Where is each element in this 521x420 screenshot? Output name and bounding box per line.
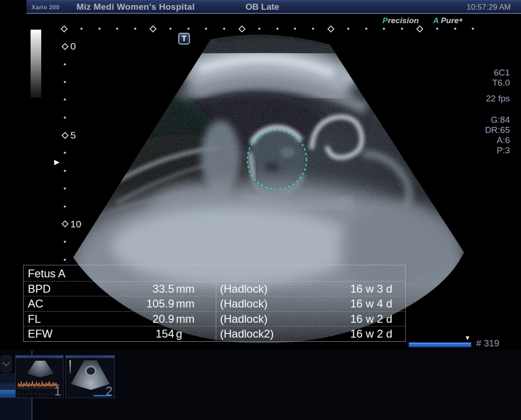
measurement-method: (Hadlock) <box>216 296 313 311</box>
measurement-value: 154 <box>82 326 174 341</box>
progress-marker-icon[interactable]: ▼ <box>465 334 471 341</box>
frame-counter: # 319 <box>476 338 499 349</box>
measurement-unit: mm <box>174 296 216 311</box>
thumbnail-number: 1 <box>54 385 61 398</box>
chevron-down-icon <box>3 359 10 367</box>
fetus-title: Fetus A <box>24 265 405 282</box>
measurement-value: 20.9 <box>82 312 174 326</box>
gestational-age: 16 w 2 d <box>313 326 405 341</box>
measurement-row: FL 20.9 mm (Hadlock) 16 w 2 d <box>24 312 405 326</box>
clipboard-strip: 1 2 <box>0 350 521 420</box>
measurement-unit: mm <box>174 282 216 296</box>
measurement-method: (Hadlock) <box>216 282 313 296</box>
measurement-label: FL <box>24 312 82 326</box>
measurement-row: BPD 33.5 mm (Hadlock) 16 w 3 d <box>24 282 405 296</box>
thumbnail-grayscale-bar <box>69 360 71 374</box>
measurement-row: EFW 154 g (Hadlock2) 16 w 2 d <box>24 326 405 341</box>
thumbnail-1[interactable]: 1 <box>15 355 63 398</box>
ultrasound-screen: Xario 200 Miz Medi Women's Hospital OB L… <box>0 0 521 420</box>
thumbnail-bmode-mini <box>27 361 54 377</box>
thumbnail-2[interactable]: 2 <box>65 355 115 398</box>
measurement-table: Fetus A BPD 33.5 mm (Hadlock) 16 w 3 d A… <box>23 265 406 342</box>
cine-progress-bar[interactable] <box>408 342 471 347</box>
thumbnail-header <box>66 356 114 358</box>
gestational-age: 16 w 4 d <box>313 296 405 311</box>
measurement-label: EFW <box>24 326 82 341</box>
doppler-waveform <box>18 379 59 391</box>
collapse-button[interactable] <box>1 356 12 372</box>
measurement-label: AC <box>24 296 82 311</box>
gestational-age: 16 w 2 d <box>313 312 405 326</box>
measurement-method: (Hadlock) <box>216 312 313 326</box>
measurement-row: AC 105.9 mm (Hadlock) 16 w 4 d <box>24 296 405 311</box>
orientation-marker-icon: T <box>178 33 190 44</box>
measurement-value: 33.5 <box>82 282 174 296</box>
measurement-method: (Hadlock2) <box>216 326 313 341</box>
measurement-unit: mm <box>174 312 216 326</box>
measurement-unit: g <box>174 326 216 341</box>
thumbnail-axis-ticks <box>19 393 58 395</box>
thumbnail-header <box>16 356 63 358</box>
rail-strip[interactable] <box>0 398 31 420</box>
thumbnail-number: 2 <box>106 385 113 398</box>
thumbnail-fetal-circle <box>85 366 96 376</box>
measurement-value: 105.9 <box>82 296 174 311</box>
measurement-label: BPD <box>24 282 82 296</box>
gestational-age: 16 w 3 d <box>313 282 405 296</box>
